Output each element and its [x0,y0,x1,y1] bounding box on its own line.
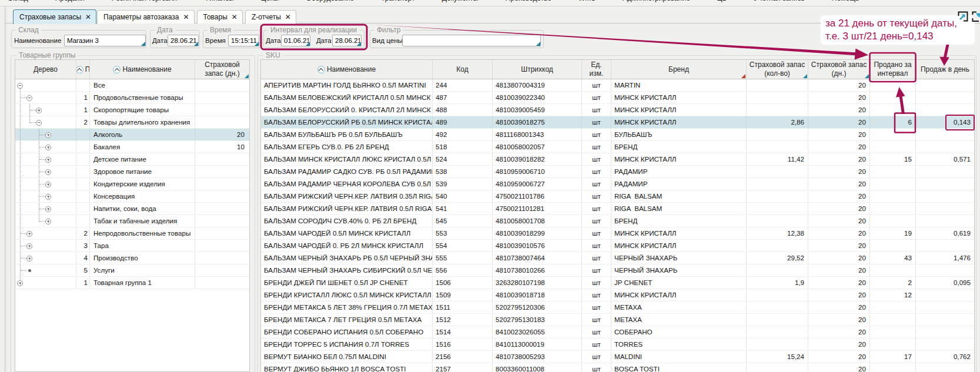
tree-expand-icon[interactable] [36,108,42,113]
column-header-4[interactable]: Бренд [611,60,747,79]
column-header-3[interactable]: Страховой запас (дн.) [195,60,249,79]
table-row[interactable]: Алкоголь20 [15,129,249,141]
column-header-7[interactable]: Продано за интервал [870,60,916,79]
table-row[interactable]: БАЛЬЗАМ РИЖСКИЙ ЧЕРН.КЕР. ЛАТВИЯ 0.5Л RI… [261,203,974,215]
table-row[interactable]: ВЕРМУТ ДЖИБО БЬЯНКО 1Л BOSCA TOSTI215780… [261,363,974,372]
table-row[interactable]: 2Товары длительного хранения [15,116,249,129]
tab-close-icon[interactable]: ✕ [285,13,291,21]
column-header-3[interactable]: Ед. изм. [582,60,611,79]
table-row[interactable]: Бакалея10 [15,141,249,153]
tab-close-icon[interactable]: ✕ [232,13,238,21]
tab-close-icon[interactable]: ✕ [183,13,189,21]
table-row[interactable]: ВЕРМУТ БИАНКО БЕЛ 0.75Л MALDINI215648107… [261,351,974,363]
table-row[interactable]: БАЛЬЗАМ СОРОДИЧ СУВ.40% 0. РБ 2Л БРЕНД54… [261,215,974,227]
menu-item-wms[interactable]: WMS [578,0,596,2]
table-row[interactable]: 1Продовольственные товары [15,92,249,104]
table-row[interactable]: АПЕРИТИВ МАРТИН ГОЛД БЬЯНКО 0.5Л MARTINI… [261,79,974,92]
tree-collapse-icon[interactable] [17,83,23,89]
table-row[interactable]: БАЛЬЗАМ БЕЛОВЕЖСКИЙ КРИСТАЛЛ 0.5Л МИНСК … [261,92,974,104]
tab-close-icon[interactable]: ✕ [85,13,91,21]
table-row[interactable]: БРЕНДИ ТОРРЕС 5 ИСПАНИЯ 0.7Л TORRES15168… [261,339,974,351]
column-header-1[interactable]: П [76,60,90,79]
menu-item-оборудование[interactable]: Оборудование [306,0,354,2]
menu-item-администрирование[interactable]: Администрирование [623,0,690,2]
menu-item-розничная-торговля[interactable]: Розничная торговля [112,0,177,2]
menu-item-цб[interactable]: ЦБ [717,0,727,2]
filter-corner-icon [245,74,249,78]
menu-item-производство[interactable]: Производство [506,0,551,2]
menu-item-помощь[interactable]: Помощь [832,0,859,2]
tree-line [20,203,21,215]
table-row[interactable]: Напитки, соки, вода [15,203,249,215]
table-row[interactable]: 2Непродовольственные товары [15,227,249,240]
table-row[interactable]: БАЛЬЗАМ ЧАРОДЕЙ 0. РБ 2Л МИНСК КРИСТАЛЛ5… [261,240,974,252]
table-row[interactable]: БРЕНДИ МЕТАКСА 5 ЛЕТ 38% ГРЕЦИЯ 0.7Л МЕТ… [261,301,974,314]
tree-expand-icon[interactable] [45,206,51,212]
tree-expand-icon[interactable] [45,219,51,224]
cell-code: 2156 [433,351,493,363]
menu-item-транспорт[interactable]: Транспорт [381,0,415,2]
column-header-1[interactable]: Код [433,60,493,79]
table-row[interactable]: БАЛЬЗАМ ЕГЕРЬ СУВ.0. РБ 2Л БРЕНД51848100… [261,141,974,153]
tree-expand-icon[interactable] [45,194,51,200]
table-row[interactable]: БРЕНДИ СОБЕРАНО ИСПАНИЯ 0.5Л СОБЕРАНО151… [261,326,974,339]
table-row[interactable]: 1Товарная группа 1 [15,277,249,289]
tab-1[interactable]: Страховые запасы✕ [13,9,96,24]
tab-2[interactable]: Параметры автозаказа✕ [97,10,194,24]
menu-item-документы[interactable]: Документы [442,0,479,2]
table-row[interactable]: БАЛЬЗАМ ЧЕРНЫЙ ЗНАХАРЬ РБ 0.5Л ЧЕРНЫЙ ЗН… [261,252,974,264]
sklad-name-label: Наименование [14,35,61,46]
sklad-name-input[interactable] [64,35,146,46]
cell-name: БРЕНДИ СОБЕРАНО ИСПАНИЯ 0.5Л СОБЕРАНО [261,326,433,338]
table-row[interactable]: БАЛЬЗАМ ЧАРОДЕЙ 0.5Л МИНСК КРИСТАЛЛ55348… [261,227,974,240]
tree-expand-icon[interactable] [26,231,32,237]
tree-collapse-icon[interactable] [36,120,42,126]
tree-expand-icon[interactable] [45,182,51,187]
table-row[interactable]: БРЕНДИ ДЖЕЙ ПИ ШЕНЕТ 0.5Л JP CHENET15063… [261,277,974,289]
window-left-border [5,6,5,372]
column-header-8[interactable]: Продаж в день [916,60,974,79]
menu-item-склад[interactable]: Склад [8,0,28,2]
table-row[interactable]: Детское питание [15,153,249,166]
tree-expand-icon[interactable] [45,132,51,138]
tree-expand-icon[interactable] [26,243,32,249]
table-row[interactable]: 1Скоропортящие товары [15,104,249,116]
vid-ceny-input[interactable] [402,35,541,46]
table-row[interactable]: Все [15,79,249,92]
tree-expand-icon[interactable] [26,256,32,262]
menu-item-продажи[interactable]: Продажи [55,0,85,2]
column-header-2[interactable]: Штрихкод [493,60,582,79]
table-row[interactable]: Консервация [15,190,249,203]
column-header-0[interactable]: Наименование [261,60,433,79]
column-header-0[interactable]: Дерево [15,60,76,79]
table-row[interactable]: 4Производство [15,252,249,264]
tree-expand-icon[interactable] [45,157,51,163]
table-row[interactable]: 5Услуги [15,264,249,277]
column-header-5[interactable]: Страховой запас (кол-во) [747,60,808,79]
tab-3[interactable]: Товары✕ [197,10,243,24]
menu-item-финансы[interactable]: Финансы [204,0,233,2]
table-row[interactable]: БАЛЬЗАМ РАДАМИР САДКО СУВ. РБ 0.5Л РАДАМ… [261,166,974,178]
table-row[interactable]: Кондитерские изделия [15,178,249,190]
table-row[interactable]: БАЛЬЗАМ РАДАМИР ЧЕРНАЯ КОРОЛЕВА СУВ 0.5Л… [261,178,974,190]
tree-expand-icon[interactable] [45,145,51,150]
column-header-6[interactable]: Страховой запас (дн.) [808,60,870,79]
table-row[interactable]: БАЛЬЗАМ РИЖСКИЙ ЧЕРН.КЕР. ЛАТВИЯ 0.35Л R… [261,190,974,203]
table-row[interactable]: БРЕНДИ МЕТАКСА 7 ЛЕТ ГРЕЦИЯ 0.5Л МЕТАХА1… [261,314,974,326]
tree-expand-icon[interactable] [45,169,51,175]
menu-item-учетная-запись[interactable]: Учетная запись [754,0,804,2]
table-row[interactable]: БАЛЬЗАМ БУЛЬБАШЪ РБ 0.5Л БУЛЬБАШЪ4924811… [261,129,974,141]
menu-item-цены[interactable]: Цены [261,0,279,2]
table-row[interactable]: БАЛЬЗАМ МИНСК КРИСТАЛЛ ЛЮКС КРИСТАЛ 0.5Л… [261,153,974,166]
tab-4[interactable]: Z-отчеты✕ [245,10,296,24]
column-header-2[interactable]: Наименование [90,60,195,79]
table-row[interactable]: БРЕНДИ КРИСТАЛЛ ЛЮКС 0.5Л МИНСК КРИСТАЛЛ… [261,289,974,301]
tree-collapse-icon[interactable] [26,95,32,101]
table-row[interactable]: БАЛЬЗАМ БЕЛОРУССКИЙ 0. КРИСТАЛЛ 2Л МИНСК… [261,104,974,116]
table-row[interactable]: БАЛЬЗАМ ЧЕРНЫЙ ЗНАХАРЬ СИБИРСКИЙ 0.5Л ЧЕ… [261,264,974,277]
table-row[interactable]: 3Тара [15,240,249,252]
table-row[interactable]: Здоровое питание [15,166,249,178]
tree-expand-icon[interactable] [17,280,23,286]
table-row[interactable]: БАЛЬЗАМ БЕЛОРУССКИЙ РБ 0.5Л МИНСК КРИСТА… [261,116,974,129]
table-row[interactable]: Табак и табачные изделия [15,215,249,227]
